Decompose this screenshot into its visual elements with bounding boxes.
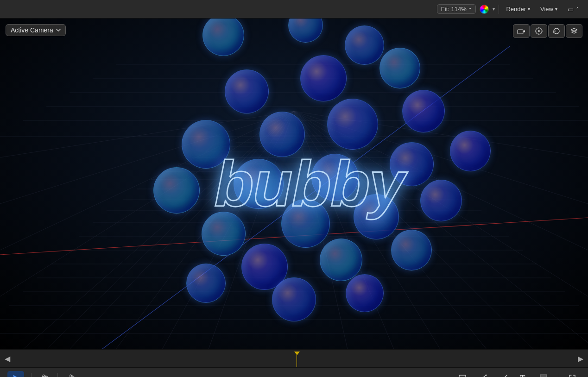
- svg-rect-57: [459, 375, 466, 377]
- svg-point-56: [42, 374, 47, 377]
- fit-value: 114%: [451, 6, 467, 13]
- brush-tool-button[interactable]: [496, 371, 512, 377]
- camera-overlay: Active Camera: [6, 24, 66, 36]
- hand-icon: [67, 374, 75, 377]
- pen-icon: [479, 374, 487, 377]
- shape-tool-button[interactable]: [535, 371, 552, 377]
- viewport-controls: [513, 24, 582, 38]
- playhead-head: [294, 352, 300, 355]
- text-tool-button[interactable]: T: [514, 371, 531, 377]
- camera-icon: [517, 28, 525, 34]
- view-menu[interactable]: View ▾: [537, 4, 561, 14]
- pen-tool-button[interactable]: [475, 371, 492, 377]
- top-toolbar: Fit: 114% ⌃ ▾ Render ▾ View ▾ ▭ ⌃: [0, 0, 588, 19]
- shape-dropdown-arrow[interactable]: ▾: [552, 376, 554, 377]
- render-label: Render: [506, 6, 526, 13]
- select-dropdown-arrow[interactable]: ▾: [24, 376, 26, 377]
- separator3: [559, 373, 559, 377]
- color-picker-button[interactable]: [480, 5, 489, 14]
- pen-tool-group: ▾: [475, 371, 494, 377]
- color-picker-arrow[interactable]: ▾: [493, 6, 495, 12]
- rect-tool-group: ▾: [454, 371, 473, 377]
- bottom-toolbar: ▾ ▾ ▾: [0, 368, 588, 377]
- navigation-button[interactable]: [531, 24, 547, 38]
- shape-icon: [540, 374, 547, 377]
- text-dropdown-arrow[interactable]: ▾: [531, 376, 533, 377]
- view-chevron: ▾: [555, 6, 557, 12]
- svg-point-55: [41, 375, 48, 377]
- playhead-line: [297, 355, 297, 367]
- render-chevron: ▾: [528, 6, 530, 12]
- expand-icon: [569, 374, 576, 377]
- main-viewport: bubby Active Camera: [0, 19, 588, 349]
- pan-tool-group: ▾: [63, 371, 82, 377]
- refresh-icon: [553, 27, 560, 35]
- camera-label: Active Camera: [11, 26, 53, 34]
- layers-icon: [570, 27, 578, 35]
- fullscreen-button[interactable]: [564, 371, 581, 377]
- shape-tool-group: ▾: [535, 371, 554, 377]
- svg-rect-48: [518, 30, 523, 34]
- rect-dropdown-arrow[interactable]: ▾: [471, 376, 473, 377]
- select-tool-button[interactable]: [7, 371, 24, 377]
- separator2: [57, 373, 58, 377]
- reset-button[interactable]: [548, 24, 565, 38]
- move-icon: [535, 27, 543, 35]
- text-tool-label: T: [520, 374, 525, 377]
- active-camera-dropdown[interactable]: Active Camera: [6, 24, 66, 36]
- pen-dropdown-arrow[interactable]: ▾: [492, 376, 494, 377]
- rect-tool-button[interactable]: [454, 371, 471, 377]
- fit-chevron: ⌃: [468, 7, 472, 12]
- separator1: [31, 373, 32, 377]
- timeline-strip: ◀ ▶: [0, 349, 588, 368]
- svg-point-59: [486, 375, 487, 376]
- rect-icon: [459, 375, 466, 377]
- window-control[interactable]: ▭ ⌃: [564, 4, 582, 14]
- svg-point-50: [538, 30, 540, 32]
- timeline-start-marker[interactable]: ◀: [5, 354, 10, 363]
- timeline-playhead: [294, 350, 300, 367]
- divider1: [499, 5, 499, 14]
- camera-view-button[interactable]: [513, 24, 530, 38]
- select-tool-group: ▾: [7, 371, 26, 377]
- text-tool-group: T ▾: [514, 371, 533, 377]
- viewport-background: [0, 19, 588, 349]
- timeline-end-marker[interactable]: ▶: [578, 354, 583, 363]
- pan-dropdown-arrow[interactable]: ▾: [79, 376, 82, 377]
- orbit-tool-button[interactable]: [36, 371, 53, 377]
- svg-rect-61: [540, 375, 547, 377]
- window-icon: ▭: [568, 6, 574, 13]
- render-menu[interactable]: Render ▾: [503, 4, 533, 14]
- camera-chevron: [56, 29, 61, 31]
- fit-control[interactable]: Fit: 114% ⌃: [437, 4, 476, 14]
- view-label: View: [540, 6, 553, 13]
- orbit-icon: [40, 374, 49, 377]
- brush-icon: [500, 374, 508, 377]
- window-chevron: ⌃: [575, 6, 579, 12]
- pan-tool-button[interactable]: [63, 371, 79, 377]
- layers-button[interactable]: [566, 24, 582, 38]
- arrow-icon: [13, 374, 19, 377]
- fit-label: Fit:: [441, 6, 449, 13]
